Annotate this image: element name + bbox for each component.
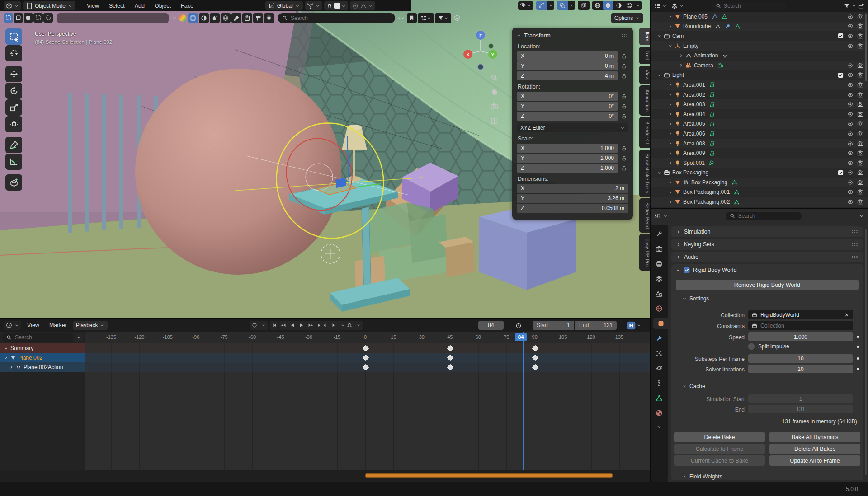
camera-render-icon[interactable] (857, 199, 863, 205)
menu-view[interactable]: View (83, 3, 103, 9)
outliner-row[interactable]: Area.006 (651, 129, 868, 139)
transform-tool-button[interactable] (5, 116, 22, 132)
timeline-menu-marker[interactable]: Marker (45, 322, 71, 328)
asset-category-materials[interactable] (199, 13, 209, 23)
asset-search-input[interactable]: Search (278, 13, 395, 23)
camera-render-icon[interactable] (857, 43, 863, 49)
jump-to-start-button[interactable] (270, 321, 278, 330)
chevron-down-icon[interactable] (637, 323, 641, 328)
falloff-button[interactable] (396, 13, 406, 23)
lock-icon[interactable] (621, 113, 627, 119)
substeps-slider[interactable]: 10 (748, 354, 853, 363)
delete-bake-button[interactable]: Delete Bake (674, 432, 765, 442)
chevron-down-icon[interactable] (852, 4, 856, 8)
sidebar-tab-view[interactable]: View (639, 66, 650, 84)
camera-render-icon[interactable] (857, 14, 863, 20)
timeline-menu-view[interactable]: View (23, 322, 43, 328)
rotation-z-field[interactable]: Z0° (517, 112, 618, 121)
camera-render-icon[interactable] (857, 82, 863, 88)
circle-select-button[interactable] (43, 13, 53, 23)
lock-icon[interactable] (621, 155, 627, 161)
current-cache-to-bake-button[interactable]: Current Cache to Bake (674, 455, 765, 466)
tree-list-dropdown[interactable] (418, 13, 434, 23)
chevron-right-icon[interactable] (668, 190, 673, 195)
lock-icon[interactable] (621, 53, 627, 59)
dimensions-y-field[interactable]: Y3.26 m (517, 194, 628, 203)
lock-icon[interactable] (621, 103, 627, 109)
eye-visibility-icon[interactable] (847, 189, 854, 195)
properties-tab-material[interactable] (652, 407, 666, 418)
action-range-strip[interactable] (365, 473, 613, 478)
outliner-row[interactable]: Box Packaging.002 (651, 197, 868, 207)
pivot-dropdown[interactable] (305, 1, 322, 10)
dimensions-z-field[interactable]: Z0.0508 m (517, 204, 628, 213)
properties-search-input[interactable]: Search (726, 212, 802, 220)
menu-add[interactable]: Add (131, 3, 149, 9)
settings-subpanel-header[interactable]: Settings (682, 295, 709, 302)
delete-all-bakes-button[interactable]: Delete All Bakes (769, 444, 860, 454)
eye-visibility-icon[interactable] (847, 62, 854, 69)
outliner-row[interactable]: Area.003 (651, 99, 868, 109)
loop-button[interactable] (345, 321, 354, 330)
camera-render-icon[interactable] (857, 150, 863, 156)
channel-search-input[interactable]: Search (2, 333, 73, 342)
camera-render-icon[interactable] (857, 121, 863, 127)
chevron-down-icon[interactable] (657, 170, 662, 175)
properties-tab-render[interactable] (652, 243, 666, 254)
navigation-gizmo[interactable]: Z X Y (460, 27, 502, 72)
panel-grip-icon[interactable] (851, 255, 859, 259)
bake-all-dynamics-button[interactable]: Bake All Dynamics (769, 432, 860, 442)
lock-icon[interactable] (621, 63, 627, 69)
outliner-row[interactable]: Plane.005 (651, 12, 868, 22)
chevron-right-icon[interactable] (679, 63, 684, 68)
camera-render-icon[interactable] (857, 62, 863, 69)
outliner-row[interactable]: Area.001 (651, 80, 868, 90)
channel-filter-button[interactable] (75, 333, 83, 342)
chevron-right-icon[interactable] (668, 92, 673, 97)
properties-tab-tool[interactable] (652, 229, 666, 239)
blenderkit-logo-icon[interactable] (178, 14, 187, 23)
sidebar-tab-tool[interactable]: Tool (639, 47, 650, 64)
update-all-to-frame-button[interactable]: Update All to Frame (769, 455, 860, 466)
eye-visibility-icon[interactable] (847, 169, 854, 176)
split-impulse-row[interactable]: Split Impulse (748, 343, 789, 350)
animate-dot-icon[interactable] (857, 336, 859, 338)
eye-visibility-icon[interactable] (847, 82, 854, 88)
camera-render-icon[interactable] (857, 160, 863, 166)
panel-simulation[interactable]: Simulation (671, 226, 863, 237)
properties-tab-scene[interactable] (652, 288, 666, 299)
rigid-body-world-header[interactable]: Rigid Body World (676, 267, 736, 273)
options-dropdown[interactable]: Options (611, 13, 643, 23)
camera-render-icon[interactable] (857, 140, 863, 147)
menu-face[interactable]: Face (177, 3, 198, 9)
asset-category-addons[interactable] (242, 13, 252, 23)
eye-visibility-icon[interactable] (847, 23, 854, 29)
shield-button[interactable] (452, 13, 462, 23)
camera-render-icon[interactable] (857, 189, 863, 195)
timeline-editor-type-button[interactable] (4, 321, 21, 330)
properties-tab-world[interactable] (652, 303, 666, 314)
outliner-search-input[interactable]: Search (712, 2, 787, 10)
animate-dot-icon[interactable] (857, 357, 859, 360)
location-y-field[interactable]: Y0 m (517, 61, 618, 70)
annotate-tool-button[interactable] (5, 137, 22, 153)
chevron-right-icon[interactable] (668, 141, 673, 146)
tweak-select-button[interactable] (4, 13, 13, 23)
sidebar-tab-easy-rb-pro[interactable]: Easy RB Pro (639, 234, 650, 271)
chevron-down-icon[interactable] (679, 4, 684, 8)
gizmos-toggle[interactable] (536, 1, 554, 10)
outliner-editor-icon[interactable] (654, 3, 660, 9)
eye-visibility-icon[interactable] (847, 131, 854, 137)
properties-tab-physics[interactable] (652, 363, 666, 374)
close-icon[interactable] (844, 312, 849, 318)
eye-visibility-icon[interactable] (847, 92, 854, 98)
camera-view-button[interactable] (491, 103, 498, 112)
box-select-subtract-button[interactable] (33, 13, 43, 23)
sim-start-field[interactable]: 1 (748, 394, 853, 403)
cache-subpanel-header[interactable]: Cache (682, 383, 705, 389)
add-cube-tool-button[interactable] (5, 174, 22, 191)
rbw-checkbox[interactable] (684, 267, 690, 273)
eye-visibility-icon[interactable] (847, 150, 854, 156)
playback-sync-icon[interactable] (627, 321, 636, 330)
pan-hand-button[interactable] (491, 88, 498, 97)
